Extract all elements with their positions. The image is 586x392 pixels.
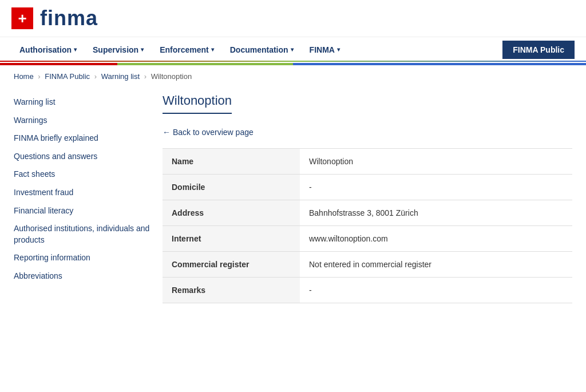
chevron-down-icon: ▾ [291,46,294,53]
table-row: Domicile- [163,175,572,200]
table-row: Commercial registerNot entered in commer… [163,252,572,278]
sidebar-item-authorised-institutions[interactable]: Authorised institutions, individuals and… [14,220,151,249]
table-cell-value: Not entered in commercial register [300,252,572,278]
nav-bar: Authorisation ▾ Supervision ▾ Enforcemen… [0,37,586,63]
breadcrumb-home[interactable]: Home [14,72,34,81]
table-cell-label: Name [163,149,300,175]
info-table: NameWiltonoptionDomicile-AddressBahnhofs… [163,148,572,303]
table-cell-label: Internet [163,226,300,252]
nav-label-authorisation: Authorisation [19,45,72,54]
sidebar-item-fact-sheets[interactable]: Fact sheets [14,165,151,184]
nav-item-documentation[interactable]: Documentation ▾ [222,39,302,60]
sidebar-item-reporting-information[interactable]: Reporting information [14,249,151,267]
breadcrumb-sep2: › [94,72,97,81]
breadcrumb: Home › FINMA Public › Warning list › Wil… [0,65,586,88]
logo-text: finma [40,6,98,30]
breadcrumb-sep: › [38,72,40,81]
table-row: Remarks- [163,278,572,303]
sidebar-item-warning-list[interactable]: Warning list [14,93,151,112]
table-row: Internetwww.wiltonoption.com [163,226,572,252]
back-link[interactable]: ← Back to overview page [163,128,254,137]
site-header: finma [0,0,586,37]
main-content: Warning list Warnings FINMA briefly expl… [0,88,586,320]
sidebar: Warning list Warnings FINMA briefly expl… [14,88,163,303]
finma-public-button[interactable]: FINMA Public [502,41,575,59]
sidebar-item-finma-briefly-explained[interactable]: FINMA briefly explained [14,129,151,148]
nav-items: Authorisation ▾ Supervision ▾ Enforcemen… [11,39,502,60]
nav-label-enforcement: Enforcement [160,45,209,54]
sidebar-item-financial-literacy[interactable]: Financial literacy [14,202,151,220]
table-row: AddressBahnhofstrasse 3, 8001 Zürich [163,200,572,226]
nav-label-finma: FINMA [310,45,335,54]
table-cell-label: Domicile [163,175,300,200]
table-cell-value: - [300,278,572,303]
nav-item-finma[interactable]: FINMA ▾ [302,39,348,60]
breadcrumb-finma-public[interactable]: FINMA Public [45,72,90,81]
nav-item-supervision[interactable]: Supervision ▾ [85,39,152,60]
sidebar-item-warnings[interactable]: Warnings [14,112,151,130]
nav-label-documentation: Documentation [230,45,288,54]
logo-area: finma [11,6,98,30]
table-row: NameWiltonoption [163,149,572,175]
table-cell-label: Address [163,200,300,226]
breadcrumb-warning-list[interactable]: Warning list [101,72,140,81]
table-cell-value: Wiltonoption [300,149,572,175]
chevron-down-icon: ▾ [337,46,340,53]
chevron-down-icon: ▾ [141,46,144,53]
sidebar-item-questions-and-answers[interactable]: Questions and answers [14,148,151,166]
table-cell-label: Commercial register [163,252,300,278]
chevron-down-icon: ▾ [211,46,214,53]
table-cell-value: www.wiltonoption.com [300,226,572,252]
breadcrumb-current: Wiltonoption [151,72,192,81]
nav-item-enforcement[interactable]: Enforcement ▾ [152,39,222,60]
chevron-down-icon: ▾ [74,46,77,53]
content-area: Wiltonoption ← Back to overview page Nam… [163,88,572,303]
page-title: Wiltonoption [163,93,232,114]
sidebar-item-abbreviations[interactable]: Abbreviations [14,267,151,286]
breadcrumb-sep3: › [144,72,146,81]
table-cell-value: Bahnhofstrasse 3, 8001 Zürich [300,200,572,226]
table-cell-value: - [300,175,572,200]
sidebar-item-investment-fraud[interactable]: Investment fraud [14,184,151,202]
nav-item-authorisation[interactable]: Authorisation ▾ [11,39,85,60]
table-cell-label: Remarks [163,278,300,303]
nav-label-supervision: Supervision [93,45,138,54]
swiss-flag-icon [11,7,33,29]
